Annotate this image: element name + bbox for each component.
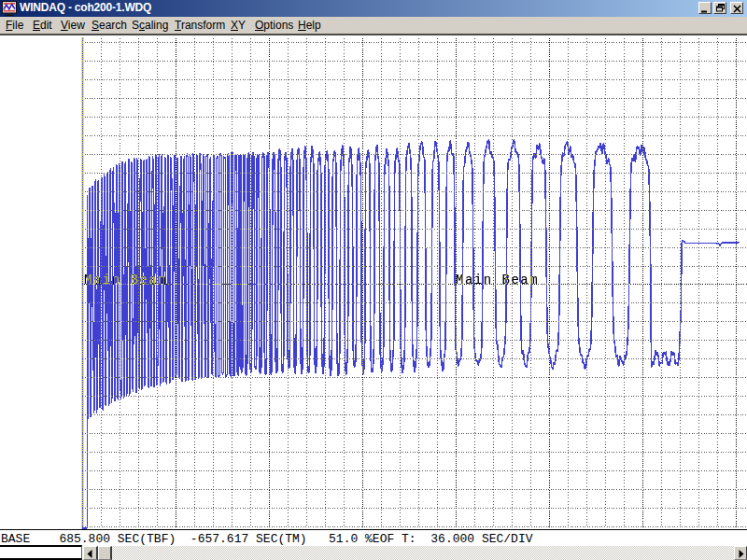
- svg-text:Main Beam: Main Beam: [456, 273, 539, 287]
- svg-text:Main Beam: Main Beam: [84, 273, 167, 287]
